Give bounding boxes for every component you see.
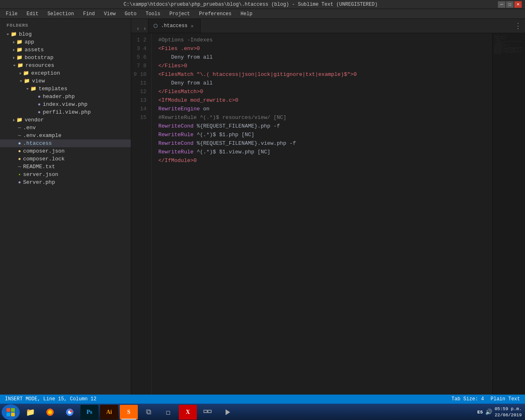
minimize-button[interactable]: ─ <box>498 1 505 8</box>
svg-rect-8 <box>204 410 207 413</box>
tree-item-templates[interactable]: 📁templates <box>0 85 131 93</box>
file-icon: ● <box>18 141 21 146</box>
tree-item--env[interactable]: ─.env <box>0 124 131 132</box>
menu-view[interactable]: View <box>100 10 120 18</box>
file-icon: 📁 <box>16 39 23 45</box>
tree-item-composer-json[interactable]: ●composer.json <box>0 147 131 155</box>
taskbar-app-firefox[interactable] <box>41 405 59 420</box>
taskbar-app-chrome[interactable] <box>61 405 79 420</box>
tree-item-server-json[interactable]: ▪server.json <box>0 171 131 178</box>
tree-item-Server-php[interactable]: ●Server.php <box>0 178 131 186</box>
tree-item-assets[interactable]: 📁assets <box>0 46 131 54</box>
file-icon: ● <box>38 110 41 115</box>
menu-tools[interactable]: Tools <box>142 10 164 18</box>
file-icon: ● <box>18 180 21 185</box>
close-button[interactable]: ✕ <box>514 1 522 8</box>
tab-nav-prev[interactable]: ‹ <box>135 24 142 33</box>
file-icon: ● <box>18 156 21 162</box>
syntax-mode: Plain Text <box>491 396 520 402</box>
start-button[interactable] <box>2 404 20 420</box>
line-numbers: 1 2 3 4 5 6 7 8 9 10 11 12 13 14 15 <box>131 33 152 395</box>
maximize-button[interactable]: □ <box>506 1 514 8</box>
tree-item-index-view-php[interactable]: ●index.view.php <box>0 100 131 108</box>
tree-item--htaccess[interactable]: ●.htaccess <box>0 139 131 147</box>
tree-item-blog[interactable]: 📁blog <box>0 30 131 38</box>
file-icon: 📁 <box>23 70 29 76</box>
menu-find[interactable]: Find <box>79 10 99 18</box>
taskbar-app-explorer[interactable]: 📁 <box>21 405 39 420</box>
menu-goto[interactable]: Goto <box>121 10 141 18</box>
file-label: header.php <box>43 94 75 100</box>
taskbar-app-media[interactable] <box>218 405 236 420</box>
tab-list: ‹ › ⬡ .htaccess ✕ <box>135 19 201 33</box>
file-icon: 📁 <box>30 86 37 92</box>
menu-help[interactable]: Help <box>237 10 257 18</box>
tree-item-README-txt[interactable]: ─README.txt <box>0 163 131 171</box>
taskbar-app-xampp[interactable]: X <box>179 405 197 420</box>
tab-nav-next[interactable]: › <box>142 24 148 33</box>
file-label: resources <box>25 62 54 68</box>
statusbar-right: Tab Size: 4 Plain Text <box>452 396 520 402</box>
file-label: .env <box>23 125 36 131</box>
svg-rect-3 <box>11 413 15 416</box>
file-icon: ● <box>38 94 41 100</box>
file-label: view <box>32 78 45 84</box>
tray-lang: ES <box>477 410 483 415</box>
statusbar-left: INSERT MODE, Line 15, Column 12 <box>5 396 96 402</box>
code-editor[interactable]: 1 2 3 4 5 6 7 8 9 10 11 12 13 14 15 #Opt… <box>131 33 525 395</box>
file-icon: 📁 <box>17 62 23 68</box>
svg-rect-2 <box>7 413 10 416</box>
file-label: app <box>25 39 34 45</box>
editor-container: ‹ › ⬡ .htaccess ✕ ⋮ 1 2 3 4 5 6 7 8 9 10… <box>131 19 525 395</box>
taskbar: 📁PsAiS⧉◻X ES 🔊 05:59 p.m. 22/06/2019 <box>0 404 525 420</box>
tree-item-app[interactable]: 📁app <box>0 38 131 46</box>
taskbar-app-box[interactable]: ◻ <box>159 405 177 420</box>
file-label: bootstrap <box>25 55 53 61</box>
tree-item-vendor[interactable]: 📁vendor <box>0 116 131 124</box>
file-icon: 📁 <box>24 78 30 84</box>
taskbar-app-photoshop[interactable]: Ps <box>80 405 98 420</box>
titlebar: C:\xampp\htdocs\prueba\php_pruebas\blog\… <box>0 0 525 9</box>
tree-item-perfil-view-php[interactable]: ●perfil.view.php <box>0 108 131 116</box>
code-content[interactable]: #Options -Indexes <Files .env>0 Deny fro… <box>152 33 492 395</box>
tree-item-header-php[interactable]: ●header.php <box>0 93 131 100</box>
file-label: README.txt <box>23 164 55 170</box>
taskbar-app-squares[interactable]: ⧉ <box>139 405 158 420</box>
tray-date: 22/06/2019 <box>495 412 522 418</box>
taskbar-app-illustrator[interactable]: Ai <box>100 405 118 420</box>
file-label: blog <box>19 31 32 37</box>
file-tree: 📁blog📁app📁assets📁bootstrap📁resources📁exc… <box>0 30 131 186</box>
file-label: assets <box>25 47 44 53</box>
menu-selection[interactable]: Selection <box>43 10 78 18</box>
taskbar-apps: 📁PsAiS⧉◻X <box>0 404 236 420</box>
menu-file[interactable]: File <box>2 10 22 18</box>
svg-point-5 <box>48 410 52 414</box>
tab-htaccess[interactable]: ⬡ .htaccess ✕ <box>148 19 200 33</box>
file-label: .htaccess <box>23 140 52 146</box>
taskbar-app-network[interactable] <box>199 405 217 420</box>
file-label: composer.lock <box>23 156 64 162</box>
file-label: server.json <box>23 171 58 178</box>
tree-item-bootstrap[interactable]: 📁bootstrap <box>0 54 131 62</box>
tray-icons: 🔊 <box>485 409 492 415</box>
tabbar-more[interactable]: ⋮ <box>514 21 525 33</box>
file-icon: ▪ <box>18 172 21 178</box>
tree-item--env-example[interactable]: ─.env.example <box>0 132 131 139</box>
file-icon: ─ <box>18 133 21 139</box>
tree-item-exception[interactable]: 📁exception <box>0 69 131 77</box>
file-label: index.view.php <box>43 101 87 107</box>
minimap: #Options -Indexes <Files .env> Deny from… <box>492 33 525 395</box>
file-icon: ─ <box>18 164 21 170</box>
menu-project[interactable]: Project <box>165 10 194 18</box>
menu-preferences[interactable]: Preferences <box>195 10 235 18</box>
menu-edit[interactable]: Edit <box>23 10 43 18</box>
taskbar-app-sublime[interactable]: S <box>120 405 138 420</box>
tree-item-composer-lock[interactable]: ●composer.lock <box>0 155 131 163</box>
tab-bar: ‹ › ⬡ .htaccess ✕ ⋮ <box>131 19 525 33</box>
svg-rect-0 <box>7 408 10 412</box>
tree-item-view[interactable]: 📁view <box>0 77 131 85</box>
tab-close-button[interactable]: ✕ <box>191 23 194 29</box>
status-mode: INSERT MODE, Line 15, Column 12 <box>5 396 96 402</box>
tree-item-resources[interactable]: 📁resources <box>0 62 131 69</box>
file-icon: 📁 <box>16 117 23 123</box>
